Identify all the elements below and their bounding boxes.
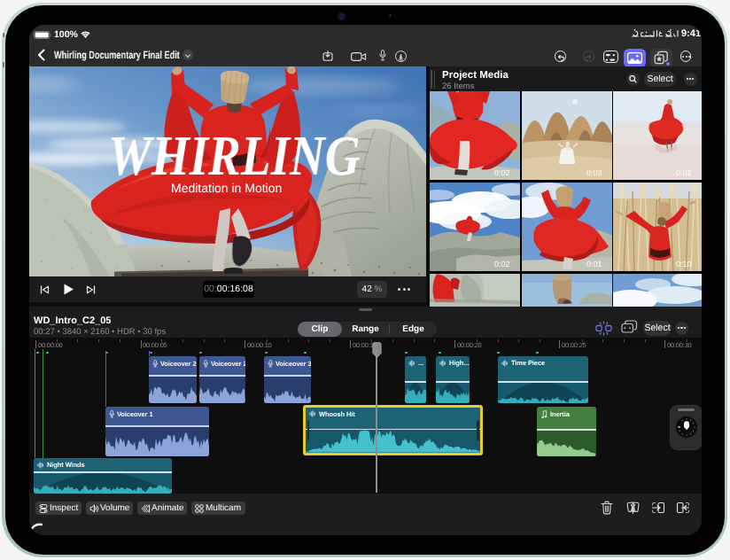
svg-text:0:10: 0:10	[676, 260, 692, 268]
svg-text:0:02: 0:02	[676, 168, 692, 177]
svg-text:0:03: 0:03	[586, 168, 602, 177]
svg-text:0:02: 0:02	[494, 168, 510, 177]
svg-text:0:01: 0:01	[586, 260, 602, 268]
svg-text:0:02: 0:02	[494, 260, 510, 268]
